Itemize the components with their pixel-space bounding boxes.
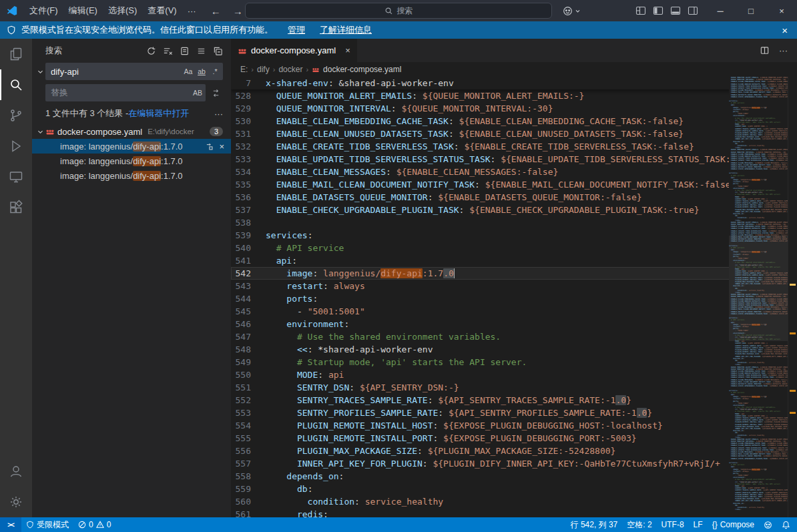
search-result-item[interactable]: image: langgenius/dify-api:1.7.0 [32,168,231,183]
replace-match-icon[interactable] [205,142,214,151]
result-file-group[interactable]: docker-compose.yaml E:\dify\docker 3 [32,124,231,139]
code-line[interactable]: 542 image: langgenius/dify-api:1.7.0 [231,267,797,280]
whole-word-icon[interactable]: ab [195,65,208,78]
toggle-primary-sidebar-icon[interactable] [653,5,663,16]
breadcrumb-item[interactable]: docker [278,65,302,74]
open-in-editor-link[interactable]: 在编辑器中打开 [128,107,189,119]
replace-all-icon[interactable] [208,85,223,100]
sidebar-item-search[interactable] [0,69,32,100]
sidebar-item-source-control[interactable] [0,100,32,131]
code-line[interactable]: 540 # API service [231,242,797,254]
cursor-position-status[interactable]: 行 542, 列 37 [566,517,623,532]
breadcrumb-item-file[interactable]: docker-compose.yaml [312,65,401,74]
command-center-search[interactable]: 搜索 [245,3,552,19]
minimap[interactable]: QUEUE_MONITOR_ALERT_EMAILS: ${QUEUE_MONI… [729,77,788,517]
remote-indicator[interactable]: >< [0,517,21,532]
code-line[interactable]: 532 ENABLE_CREATE_TIDB_SERVERLESS_TASK: … [231,140,797,153]
restricted-mode-status[interactable]: 受限模式 [21,517,73,532]
indentation-status[interactable]: 空格: 2 [622,517,656,532]
match-case-icon[interactable]: Aa [182,65,195,78]
code-line[interactable]: 548 <<: *shared-api-worker-env [231,343,797,356]
overview-ruler-scrollbar[interactable] [788,77,797,517]
menu-edit[interactable]: 编辑(E) [63,3,103,19]
code-line[interactable]: 539services: [231,229,797,242]
code-line[interactable]: 546 environment: [231,318,797,330]
split-editor-icon[interactable] [760,45,770,55]
code-line[interactable]: 558 depends_on: [231,470,797,483]
code-line[interactable]: 555 PLUGIN_REMOTE_INSTALL_PORT: ${EXPOSE… [231,432,797,445]
code-line[interactable]: 552 SENTRY_TRACES_SAMPLE_RATE: ${API_SEN… [231,394,797,407]
code-line[interactable]: 549 # Startup mode, 'api' starts the API… [231,356,797,368]
regex-icon[interactable]: .* [208,65,222,78]
menu-file[interactable]: 文件(F) [24,3,63,19]
preserve-case-icon[interactable]: AB [191,86,204,99]
code-line[interactable]: 543 restart: always [231,280,797,292]
code-line[interactable]: 559 db: [231,483,797,495]
banner-close-icon[interactable]: × [782,25,788,36]
settings-button[interactable] [0,487,32,517]
code-editor[interactable]: 7x-shared-env: &shared-api-worker-env 52… [231,77,797,517]
code-line[interactable]: 538 [231,216,797,229]
maximize-button[interactable]: □ [736,0,766,21]
banner-learn-more-link[interactable]: 了解详细信息 [320,24,372,36]
breadcrumb-item[interactable]: dify [257,65,270,74]
menu-view[interactable]: 查看(V) [142,3,182,19]
editor-more-actions[interactable]: ··· [779,45,788,55]
window-close-button[interactable]: × [766,0,797,21]
forward-icon[interactable]: → [233,5,243,17]
open-in-editor-icon[interactable] [178,44,191,57]
back-icon[interactable]: ← [211,5,221,17]
code-line[interactable]: 547 # Use the shared environment variabl… [231,330,797,343]
refresh-icon[interactable] [144,44,158,57]
clear-results-icon[interactable] [161,44,174,57]
code-line[interactable]: 528 QUEUE_MONITOR_ALERT_EMAILS: ${QUEUE_… [231,89,797,102]
code-line[interactable]: 530 ENABLE_CLEAN_EMBEDDING_CACHE_TASK: $… [231,115,797,127]
code-line[interactable]: 7x-shared-env: &shared-api-worker-env [231,77,797,89]
code-line[interactable]: 561 redis: [231,508,797,517]
code-line[interactable]: 536 ENABLE_DATASETS_QUEUE_MONITOR: ${ENA… [231,191,797,204]
code-line[interactable]: 560 condition: service_healthy [231,495,797,508]
banner-manage-link[interactable]: 管理 [288,24,305,36]
eol-status[interactable]: LF [689,517,708,532]
sidebar-item-extensions[interactable] [0,192,32,223]
menu-selection[interactable]: 选择(S) [103,3,142,19]
search-result-item[interactable]: image: langgenius/dify-api:1.7.0 [32,154,231,168]
code-line[interactable]: 531 ENABLE_CLEAN_UNUSED_DATASETS_TASK: $… [231,127,797,140]
language-mode-status[interactable]: {} Compose [708,517,759,532]
sticky-scroll-line[interactable]: 7x-shared-env: &shared-api-worker-env [231,77,797,89]
code-line[interactable]: 551 SENTRY_DSN: ${API_SENTRY_DSN:-} [231,381,797,394]
search-details-toggle[interactable]: ··· [214,109,223,119]
toggle-panel-icon[interactable] [670,5,681,16]
dismiss-match-icon[interactable]: × [219,142,224,152]
search-result-item[interactable]: image: langgenius/dify-api:1.7.0× [32,139,231,154]
code-line[interactable]: 535 ENABLE_MAIL_CLEAN_DOCUMENT_NOTIFY_TA… [231,178,797,191]
minimize-button[interactable]: ─ [705,0,736,21]
sidebar-item-explorer[interactable] [0,39,32,69]
view-as-list-icon[interactable] [194,44,208,57]
code-line[interactable]: 529 QUEUE_MONITOR_INTERVAL: ${QUEUE_MONI… [231,102,797,115]
code-line[interactable]: 557 INNER_API_KEY_FOR_PLUGIN: ${PLUGIN_D… [231,457,797,470]
collapse-all-icon[interactable] [211,44,224,57]
customize-layout-icon[interactable] [635,5,646,16]
breadcrumb-item[interactable]: E: [240,65,248,74]
sidebar-item-remote-explorer[interactable] [0,162,32,192]
replace-input[interactable]: 替换 AB [45,84,206,101]
menu-overflow[interactable]: ··· [182,4,202,18]
toggle-secondary-sidebar-icon[interactable] [688,5,698,16]
code-line[interactable]: 556 PLUGIN_MAX_PACKAGE_SIZE: ${PLUGIN_MA… [231,445,797,457]
chevron-down-icon[interactable] [35,128,45,136]
code-line[interactable]: 541 api: [231,254,797,267]
code-line[interactable]: 534 ENABLE_CLEAN_MESSAGES: ${ENABLE_CLEA… [231,166,797,178]
code-line[interactable]: 554 PLUGIN_REMOTE_INSTALL_HOST: ${EXPOSE… [231,419,797,432]
code-line[interactable]: 533 ENABLE_UPDATE_TIDB_SERVERLESS_STATUS… [231,153,797,166]
tab-docker-compose[interactable]: docker-compose.yaml × [231,39,358,62]
code-line[interactable]: 537 ENABLE_CHECK_UPGRADABLE_PLUGIN_TASK:… [231,204,797,216]
code-line[interactable]: 545 - "5001:5001" [231,305,797,318]
tab-close-icon[interactable]: × [345,45,350,55]
code-line[interactable]: 544 ports: [231,292,797,305]
search-input[interactable]: dify-api Aa ab .* [45,63,223,80]
copilot-menu-button[interactable] [559,3,585,18]
encoding-status[interactable]: UTF-8 [657,517,689,532]
toggle-replace-button[interactable] [35,63,45,101]
sidebar-item-run-debug[interactable] [0,131,32,162]
